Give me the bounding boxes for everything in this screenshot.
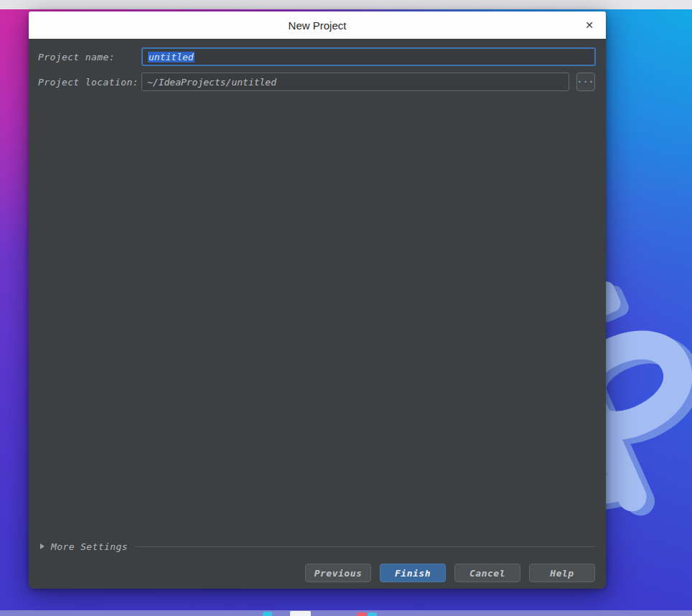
white-window-dock-icon[interactable] [290,611,311,616]
more-settings-expander[interactable]: More Settings [40,539,595,554]
project-location-input[interactable]: ~/IdeaProjects/untitled [141,73,569,91]
cyan-dock-icon-2[interactable] [368,612,377,616]
cancel-button[interactable]: Cancel [454,564,520,582]
chevron-right-icon [40,543,45,549]
dialog-titlebar[interactable]: New Project ✕ [29,11,606,39]
top-panel-strip [0,0,692,9]
more-settings-label: More Settings [51,541,128,552]
browse-location-button[interactable]: ... [576,73,595,91]
project-name-input[interactable]: untitled [141,47,596,66]
red-dock-icon[interactable] [357,612,367,616]
close-icon[interactable]: ✕ [579,15,599,35]
finish-button[interactable]: Finish [380,564,446,582]
dialog-title: New Project [289,19,347,32]
previous-button[interactable]: Previous [305,564,371,582]
project-name-value-selected: untitled [148,52,195,62]
taskbar-dock[interactable] [0,610,692,616]
new-project-dialog: New Project ✕ Project name: untitled Pro… [29,11,606,589]
cyan-dock-icon[interactable] [263,612,272,616]
project-name-label: Project name: [38,52,115,62]
help-button[interactable]: Help [529,564,595,582]
separator-line [135,546,595,547]
dialog-body: Project name: untitled Project location:… [29,39,606,589]
project-location-value: ~/IdeaProjects/untitled [147,77,276,88]
dialog-button-row: Previous Finish Cancel Help [305,564,595,582]
project-location-label: Project location: [38,77,139,88]
